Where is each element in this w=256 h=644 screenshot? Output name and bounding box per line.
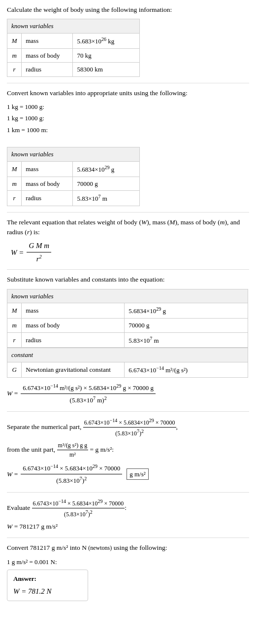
var-name-r1: radius <box>22 63 73 77</box>
formula-lhs: W = <box>11 247 24 258</box>
table-row: r radius 5.83×107 m <box>7 191 140 206</box>
subst-sym-m: m <box>7 319 22 333</box>
formula: W = G M m r2 <box>11 240 249 264</box>
var-val-m2: 70000 g <box>73 177 140 191</box>
subst-const-header: constant <box>7 348 248 362</box>
var-name-M2: mass <box>22 161 73 177</box>
subst-sym-r: r <box>7 332 22 348</box>
var-name-r2: radius <box>22 191 73 206</box>
subst-name-M: mass <box>22 303 125 319</box>
section-convert: Convert 781217 g m/s² into N (newtons) u… <box>7 543 249 601</box>
subst-eq-num: 6.6743×10−14 m³/(g s²) × 5.6834×1029 g ×… <box>21 382 156 394</box>
sep-num-frac: 6.6743×10−14 × 5.6834×1029 × 70000 (5.83… <box>83 417 176 438</box>
section-conversion: Convert known variables into appropriate… <box>7 88 249 206</box>
sep-unit-intro: from the unit part, m³/(g s²) g g m² = g… <box>7 441 249 459</box>
subst-intro: Substitute known variables and constants… <box>7 275 249 285</box>
table2-header: known variables <box>7 147 140 162</box>
convert-intro: Convert 781217 g m/s² into N (newtons) u… <box>7 543 249 553</box>
var-val-M1: 5.683×1026 kg <box>73 33 140 48</box>
sep-unit-den: m² <box>68 450 77 459</box>
table1-header: known variables <box>7 19 140 34</box>
var-val-M2: 5.6834×1029 g <box>73 161 140 177</box>
table2: known variables M mass 5.6834×1029 g m m… <box>7 147 140 206</box>
var-val-r1: 58300 km <box>73 63 140 77</box>
eval-result: W = 781217 g m/s² <box>7 522 249 532</box>
sep-unit-frac: m³/(g s²) g g m² <box>57 441 89 459</box>
table-row: M mass 5.6834×1029 g <box>7 161 140 177</box>
divider1 <box>7 83 249 83</box>
section-substitute: Substitute known variables and constants… <box>7 275 249 405</box>
eval-den: (5.83×107)2 <box>63 508 94 519</box>
var-name-M1: mass <box>22 33 73 48</box>
var-name-m1: mass of body <box>22 48 73 63</box>
sep-eq-fraction: 6.6743×10−14 × 5.6834×1029 × 70000 (5.83… <box>21 462 122 486</box>
divider4 <box>7 411 249 412</box>
subst-name-r: radius <box>22 332 125 348</box>
table-row: m mass of body 70 kg <box>7 48 140 63</box>
var-sym-r2: r <box>7 191 22 206</box>
subst-equation: W = 6.6743×10−14 m³/(g s²) × 5.6834×1029… <box>7 382 249 406</box>
table-row: m mass of body 70000 g <box>7 319 248 333</box>
divider6 <box>7 537 249 538</box>
subst-val-G: 6.6743×10−14 m³/(g s²) <box>125 362 248 377</box>
formula-numerator: G M m <box>27 240 51 252</box>
subst-val-r: 5.83×107 m <box>125 332 248 348</box>
eval-num: 6.6743×10−14 × 5.6834×1029 × 70000 <box>32 498 125 508</box>
var-sym-m1: m <box>7 48 22 63</box>
subst-eq-lhs: W = <box>7 389 18 398</box>
conversion-intro: Convert known variables into appropriate… <box>7 88 249 98</box>
convert-line: 1 g m/s² = 0.001 N: <box>7 557 249 567</box>
subst-eq-fraction: 6.6743×10−14 m³/(g s²) × 5.6834×1029 g ×… <box>21 382 156 406</box>
section-separate: Separate the numerical part, 6.6743×10−1… <box>7 417 249 486</box>
sep-unit-box: g m/s² <box>127 468 148 480</box>
table1: known variables M mass 5.683×1026 kg m m… <box>7 19 140 76</box>
var-sym-M1: M <box>7 33 22 48</box>
table-row: G Newtonian gravitational constant 6.674… <box>7 362 248 377</box>
var-sym-r1: r <box>7 63 22 77</box>
table-row: M mass 5.6834×1029 g <box>7 303 248 319</box>
section-evaluate: Evaluate 6.6743×10−14 × 5.6834×1029 × 70… <box>7 498 249 532</box>
conversion-line1: 1 kg = 1000 g: <box>7 102 249 112</box>
table-row: r radius 5.83×107 m <box>7 332 248 348</box>
eval-intro: Evaluate 6.6743×10−14 × 5.6834×1029 × 70… <box>7 498 249 519</box>
sep-eq-den: (5.83×107)2 <box>54 474 89 486</box>
subst-val-M: 5.6834×1029 g <box>125 303 248 319</box>
section-equation: The relevant equation that relates weigh… <box>7 217 249 265</box>
eq-intro: The relevant equation that relates weigh… <box>7 217 249 238</box>
section-intro: Calculate the weight of body using the f… <box>7 5 249 77</box>
var-val-r2: 5.83×107 m <box>73 191 140 206</box>
sep-eq-num: 6.6743×10−14 × 5.6834×1029 × 70000 <box>21 462 122 474</box>
subst-table: known variables M mass 5.6834×1029 g m m… <box>7 289 248 378</box>
subst-vars-header: known variables <box>7 289 248 303</box>
subst-name-G: Newtonian gravitational constant <box>22 362 125 377</box>
conversion-line2: 1 kg = 1000 g: <box>7 113 249 123</box>
subst-sym-G: G <box>7 362 22 377</box>
table-row: r radius 58300 km <box>7 63 140 77</box>
var-sym-m2: m <box>7 177 22 191</box>
subst-val-m: 70000 g <box>125 319 248 333</box>
intro-text: Calculate the weight of body using the f… <box>7 5 249 15</box>
sep-unit-num: m³/(g s²) g g <box>57 441 89 450</box>
subst-sym-M: M <box>7 303 22 319</box>
table-row: m mass of body 70000 g <box>7 177 140 191</box>
formula-denominator: r2 <box>34 252 44 265</box>
divider5 <box>7 492 249 493</box>
answer-value: W = 781.2 N <box>13 586 82 597</box>
subst-eq-den: (5.83×107 m)2 <box>68 394 109 406</box>
sep-num-num: 6.6743×10−14 × 5.6834×1029 × 70000 <box>83 417 176 428</box>
var-val-m1: 70 kg <box>73 48 140 63</box>
sep-eq-lhs: W = <box>7 469 18 479</box>
divider3 <box>7 269 249 270</box>
sep-num-den: (5.83×107)2 <box>114 428 145 438</box>
formula-fraction: G M m r2 <box>27 240 51 264</box>
eval-frac: 6.6743×10−14 × 5.6834×1029 × 70000 (5.83… <box>32 498 125 519</box>
divider2 <box>7 212 249 213</box>
conversion-line3: 1 km = 1000 m: <box>7 125 249 135</box>
table-row: M mass 5.683×1026 kg <box>7 33 140 48</box>
subst-name-m: mass of body <box>22 319 125 333</box>
sep-intro: Separate the numerical part, 6.6743×10−1… <box>7 417 249 438</box>
var-sym-M2: M <box>7 161 22 177</box>
var-name-m2: mass of body <box>22 177 73 191</box>
answer-label: Answer: <box>13 574 82 584</box>
sep-equation: W = 6.6743×10−14 × 5.6834×1029 × 70000 (… <box>7 462 249 486</box>
